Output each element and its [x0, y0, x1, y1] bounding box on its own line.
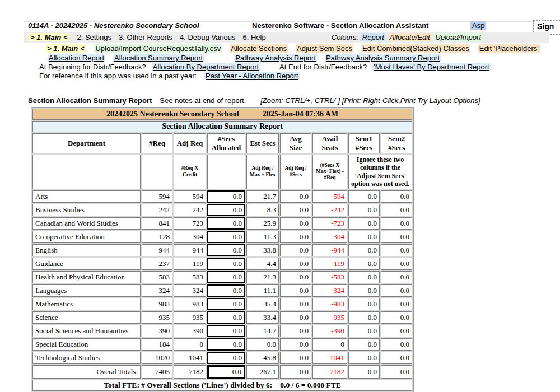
- fte-footer: Total FTE: # Overall Sections ('Lines') …: [32, 380, 412, 391]
- cell-avg-size: 0.0: [280, 325, 311, 337]
- cell-est-secs: 33.8: [246, 244, 279, 256]
- totals-sem1: 0.0: [348, 365, 380, 379]
- table-row: Arts5945940.021.70.0-5940.00.0: [32, 190, 412, 203]
- cell-dept: Languages: [32, 284, 141, 297]
- table-school-row: 20242025 Nesterenko Secondary School2025…: [32, 109, 412, 120]
- cell-req: 841: [142, 217, 172, 230]
- cell-dept: Co-operative Education: [32, 231, 141, 243]
- adjust-sem-secs-link[interactable]: Adjust Sem Secs: [296, 44, 353, 53]
- past-year-allocation-report-link[interactable]: Past Year - Allocation Report: [204, 72, 300, 80]
- column-header-row: Department #Req Adj Req #Secs Allocated …: [32, 133, 412, 153]
- cell-est-secs: 21.3: [246, 271, 279, 283]
- cell-est-secs: 4.4: [246, 258, 279, 270]
- cell-req: 128: [142, 231, 172, 243]
- cell-adj-req: 583: [174, 271, 206, 283]
- table-row: Guidance2371190.04.40.0-1190.00.0: [32, 258, 412, 270]
- cell-secs-alloc: 0.0: [207, 217, 245, 230]
- cell-sem1: 0.0: [348, 298, 380, 310]
- allocation-summary-report-link[interactable]: Allocation Summary Report: [113, 54, 204, 62]
- cell-adj-req: 1041: [174, 352, 206, 364]
- cell-secs-alloc: 0.0: [207, 258, 245, 270]
- table-row: Business Studies2422420.08.30.0-2420.00.…: [32, 204, 412, 216]
- pathway-analysis-report-link[interactable]: Pathway Analysis Report: [234, 54, 317, 62]
- cell-req: 1020: [142, 352, 172, 364]
- cell-est-secs: 8.3: [246, 204, 279, 216]
- cell-adj-req: 304: [174, 231, 206, 243]
- cell-avail-seats: -935: [312, 311, 347, 324]
- menu-debug-various[interactable]: 4. Debug Various: [180, 33, 236, 41]
- cell-avail-seats: -119: [312, 258, 347, 270]
- allocate-sections-link[interactable]: Allocate Sections: [230, 44, 288, 53]
- cell-adj-req: 242: [174, 204, 206, 216]
- cell-dept: English: [32, 244, 141, 256]
- menu-settings[interactable]: 2. Settings: [77, 33, 111, 41]
- cell-avail-seats: -242: [312, 204, 347, 216]
- nav-row-department: At Beginning for Distr/Feedback? Allocat…: [39, 63, 491, 71]
- table-title-row: Section Allocation Summary Report: [32, 121, 412, 132]
- totals-est-secs: 267.1: [246, 365, 279, 379]
- edit-combined-classes-link[interactable]: Edit Combined(Stacked) Classes: [361, 44, 470, 53]
- cell-sem1: 0.0: [348, 338, 380, 351]
- cell-sem2: 0.0: [381, 271, 412, 283]
- cell-avail-seats: -944: [312, 244, 347, 256]
- cell-secs-alloc: 0.0: [207, 338, 245, 351]
- nav-row-reports: Allocation Report Allocation Summary Rep…: [48, 54, 441, 62]
- table-row: English9449440.033.80.0-9440.00.0: [32, 244, 412, 256]
- cell-sem1: 0.0: [348, 352, 380, 364]
- upload-import-link[interactable]: Upload/Import CourseRequestTally.csv: [94, 44, 222, 53]
- edit-placeholders-link[interactable]: Edit 'Placeholders': [478, 44, 540, 53]
- cell-sem2: 0.0: [381, 352, 412, 364]
- legend-upload-import: Upload/Import: [433, 33, 483, 41]
- cell-avg-size: 0.0: [280, 244, 311, 256]
- cell-est-secs: 45.8: [246, 352, 279, 364]
- cell-avg-size: 0.0: [280, 338, 311, 351]
- menu-main[interactable]: > 1. Main <: [28, 33, 69, 41]
- cell-adj-req: 944: [174, 244, 206, 256]
- cell-adj-req: 983: [174, 298, 206, 310]
- section-allocation-table: 20242025 Nesterenko Secondary School2025…: [31, 107, 414, 392]
- fte-footer-label: Total FTE: # Overall Sections ('Lines') …: [104, 381, 272, 389]
- cell-sem1: 0.0: [348, 190, 380, 203]
- cell-secs-alloc: 0.0: [207, 231, 245, 243]
- cell-secs-alloc: 0.0: [207, 190, 245, 203]
- cell-dept: Science: [32, 311, 141, 324]
- cell-secs-alloc: 0.0: [207, 204, 245, 216]
- allocation-report-link[interactable]: Allocation Report: [48, 54, 105, 62]
- col-est-secs: Est Secs: [246, 133, 279, 153]
- cell-secs-alloc: 0.0: [207, 352, 245, 364]
- cell-avg-size: 0.0: [280, 284, 311, 297]
- cell-est-secs: 11.1: [246, 284, 279, 297]
- table-school-header: 20242025 Nesterenko Secondary School2025…: [32, 109, 412, 120]
- nav-row-past-year: For reference if this app was used in a …: [39, 72, 300, 80]
- sub-department-empty: [32, 155, 141, 189]
- cell-dept: Arts: [32, 190, 141, 203]
- menu-other-reports[interactable]: 3. Other Reports: [119, 33, 172, 41]
- cell-dept: Canadian and World Studies: [32, 217, 141, 230]
- cell-avg-size: 0.0: [280, 298, 311, 310]
- cell-avail-seats: -583: [312, 271, 347, 283]
- cell-adj-req: 0: [174, 338, 206, 351]
- cell-req: 944: [142, 244, 172, 256]
- sub-avg-size: Adj Req / #Secs: [280, 155, 311, 189]
- legend-allocate-edit: Allocate/Edit: [388, 33, 431, 41]
- cell-sem2: 0.0: [381, 325, 412, 337]
- table-row: Mathematics9839830.035.40.0-9830.00.0: [32, 298, 412, 310]
- cell-avail-seats: -304: [312, 231, 347, 243]
- cell-sem1: 0.0: [348, 258, 380, 270]
- zoom-print-hint: [Zoom: CTRL/+, CTRL/-] [Print: Right-Cli…: [260, 96, 480, 105]
- cell-est-secs: 11.3: [246, 231, 279, 243]
- sub-est-secs: Adj Req / Max + Flex: [246, 155, 279, 189]
- cell-secs-alloc: 0.0: [207, 271, 245, 283]
- pathway-analysis-summary-report-link[interactable]: Pathway Analysis Summary Report: [325, 54, 441, 62]
- allocation-by-department-link[interactable]: Allocation By Department Report: [152, 63, 260, 71]
- col-avg-size: Avg Size: [280, 133, 311, 153]
- colours-legend: Colours: Report Allocate/Edit Upload/Imp…: [332, 33, 483, 41]
- must-haves-by-department-link[interactable]: 'Must Haves' By Department Report: [372, 63, 491, 71]
- menu-help[interactable]: 6. Help: [243, 33, 266, 41]
- cell-dept: Mathematics: [32, 298, 141, 310]
- sub-header-row: #Req X Credit Adj Req / Max + Flex Adj R…: [32, 155, 412, 189]
- cell-secs-alloc: 0.0: [207, 284, 245, 297]
- totals-adj-req: 7182: [174, 365, 206, 379]
- cell-dept: Health and Physical Education: [32, 271, 141, 283]
- cell-req: 935: [142, 311, 172, 324]
